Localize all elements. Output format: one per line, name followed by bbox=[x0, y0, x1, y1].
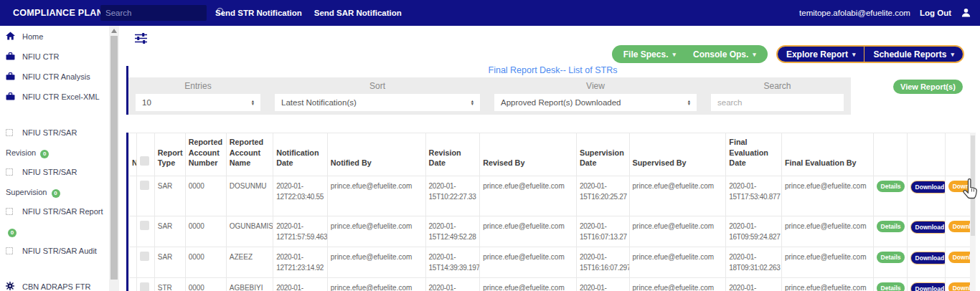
selected-value: Approved Report(s) Downloaded bbox=[501, 98, 621, 107]
download-button[interactable]: Download bbox=[910, 252, 946, 264]
navy-button-group: Explore Report▾ Schedule Reports▾ bbox=[776, 45, 964, 63]
sidebar-item-nfiu-ctr[interactable]: NFIU CTR bbox=[0, 47, 109, 67]
row-checkbox[interactable] bbox=[140, 282, 149, 291]
sidebar-item-nfiu-ctr-analysis[interactable]: NFIU CTR Analysis bbox=[0, 67, 109, 87]
account-number-cell: 0000 bbox=[185, 277, 226, 291]
file-specs-button[interactable]: File Specs.▾ bbox=[615, 49, 684, 59]
row-checkbox-cell bbox=[137, 277, 155, 291]
caret-down-icon: ▾ bbox=[672, 51, 676, 58]
navbar-search[interactable] bbox=[100, 5, 207, 21]
row-checkbox[interactable] bbox=[140, 181, 149, 190]
table-scrollbar-thumb[interactable] bbox=[971, 135, 975, 236]
type-cell: SAR bbox=[154, 216, 185, 247]
nav-item-send-str-notification[interactable]: Send STR Notification bbox=[215, 9, 302, 17]
account-number-cell: 0000 bbox=[185, 176, 226, 216]
download-button-cell: Download bbox=[907, 176, 945, 216]
table-row: SAR0000OGUNBAMISE,2020-01- 12T21:57:59.4… bbox=[129, 216, 971, 247]
download-history-button[interactable]: Download History bbox=[948, 181, 970, 192]
sidebar-item-home[interactable]: Home bbox=[0, 27, 109, 47]
explore-report-button[interactable]: Explore Report▾ bbox=[778, 49, 864, 59]
details-button[interactable]: Details bbox=[877, 282, 905, 291]
filter-view: ViewApproved Report(s) Downloaded▴▾ bbox=[487, 80, 704, 115]
table-row: SAR0000DOSUNMU2020-01- 12T22:03:40.55pri… bbox=[129, 176, 971, 216]
sidebar-item-nfiu-str-sar-supervision[interactable]: NFIU STR/SAR Supervision 0 bbox=[0, 163, 109, 202]
sidebar-nav: HomeNFIU CTRNFIU CTR AnalysisNFIU CTR Ex… bbox=[0, 26, 109, 291]
select-arrows-icon: ▴▾ bbox=[471, 100, 473, 106]
details-button[interactable]: Details bbox=[877, 181, 905, 192]
dashed-square-icon bbox=[6, 203, 15, 222]
sidebar-item-nfiu-str-sar-report[interactable]: NFIU STR/SAR Report 0 bbox=[0, 202, 109, 242]
column-header: Revision Date bbox=[425, 133, 480, 176]
revised-by-cell: prince.efue@efuelite.com bbox=[480, 277, 577, 291]
final-evaluation-date-cell: 2020-01- 15T17:53:40.877 bbox=[726, 176, 782, 216]
navbar-search-input[interactable] bbox=[105, 9, 216, 17]
sidebar-item-nfiu-str-sar-revision[interactable]: NFIU STR/SAR Revision 0 bbox=[0, 123, 109, 163]
search-filter-input[interactable] bbox=[717, 98, 837, 107]
console-ops-button[interactable]: Console Ops.▾ bbox=[684, 49, 765, 59]
table-scrollbar[interactable] bbox=[970, 133, 976, 291]
notified-by-cell: prince.efue@efuelite.com bbox=[327, 216, 425, 247]
sort-select[interactable]: Latest Notification(s)▴▾ bbox=[275, 94, 480, 111]
details-button[interactable]: Details bbox=[877, 221, 905, 232]
select-arrows-icon: ▴▾ bbox=[688, 100, 690, 106]
details-button-cell: Details bbox=[873, 176, 907, 216]
download-history-button[interactable]: Download History bbox=[948, 221, 970, 232]
details-button-cell: Details bbox=[873, 277, 907, 291]
account-name-cell: AGBEBIYI bbox=[226, 277, 273, 291]
notified-by-cell: prince.efue@efuelite.com bbox=[327, 176, 425, 216]
selected-value: 10 bbox=[142, 98, 151, 107]
supervised-by-cell: prince.efue@efuelite.com bbox=[629, 216, 726, 247]
row-checkbox-cell bbox=[137, 247, 155, 277]
supervision-date-cell: 2020-01- 15T16:20:25.27 bbox=[577, 176, 630, 216]
row-number-cell bbox=[129, 216, 137, 247]
user-icon[interactable] bbox=[961, 7, 971, 19]
download-button[interactable]: Download bbox=[910, 282, 946, 291]
table-header-row: NReport TypeReported Account NumberRepor… bbox=[129, 133, 971, 176]
selected-value: Latest Notification(s) bbox=[281, 98, 357, 107]
sidebar-scrollbar[interactable] bbox=[109, 26, 119, 291]
download-history-button-cell: Download History bbox=[945, 247, 970, 277]
logout-button[interactable]: Log Out bbox=[920, 9, 951, 17]
column-header: Revised By bbox=[480, 133, 577, 176]
search-input[interactable] bbox=[711, 94, 844, 111]
column-header bbox=[945, 133, 970, 176]
notification-date-cell: 2020-01- 12T22:03:40.55 bbox=[273, 176, 328, 216]
row-checkbox[interactable] bbox=[140, 252, 149, 261]
download-button[interactable]: Download bbox=[910, 181, 946, 194]
schedule-reports-button[interactable]: Schedule Reports▾ bbox=[864, 49, 963, 59]
type-cell: STR bbox=[154, 277, 185, 291]
column-header: N bbox=[129, 133, 137, 176]
navbar-menu: Send STR Notification Send SAR Notificat… bbox=[215, 0, 402, 26]
entries-select[interactable]: 10▴▾ bbox=[136, 94, 260, 111]
download-history-button[interactable]: Download History bbox=[948, 282, 970, 291]
type-cell: SAR bbox=[154, 176, 185, 216]
cog-icon bbox=[6, 278, 15, 291]
table-row: SAR0000AZEEZ2020-01- 12T21:23:14.92princ… bbox=[129, 247, 971, 277]
sidebar-item-nfiu-ctr-excel-xml[interactable]: NFIU CTR Excel-XML bbox=[0, 87, 109, 108]
column-header bbox=[907, 133, 945, 176]
view-select[interactable]: Approved Report(s) Downloaded▴▾ bbox=[494, 94, 697, 111]
tray-icon bbox=[6, 88, 15, 108]
reports-table: NReport TypeReported Account NumberRepor… bbox=[128, 133, 970, 291]
details-button[interactable]: Details bbox=[877, 252, 905, 263]
final-evaluation-by-cell: prince.efue@efuelite.com bbox=[781, 277, 873, 291]
nav-item-send-sar-notification[interactable]: Send SAR Notification bbox=[314, 9, 402, 17]
filter-tune-icon[interactable] bbox=[135, 33, 147, 47]
filter-label-entries: Entries bbox=[128, 80, 268, 93]
page-title: Final Report Desk-- List of STRs bbox=[128, 66, 977, 77]
download-button[interactable]: Download bbox=[910, 221, 946, 234]
column-header: Notified By bbox=[327, 133, 425, 176]
select-all-checkbox[interactable] bbox=[140, 156, 149, 166]
row-checkbox[interactable] bbox=[140, 221, 149, 230]
row-number-cell bbox=[129, 277, 137, 291]
sidebar-scrollbar-thumb[interactable] bbox=[110, 36, 118, 280]
sidebar-item-cbn-adraps-ftr[interactable]: CBN ADRAPS FTR bbox=[0, 277, 109, 291]
report-desk-panel: Final Report Desk-- List of STRs Entries… bbox=[126, 66, 977, 115]
scrollbar-up-arrow-icon[interactable] bbox=[111, 29, 117, 33]
download-history-button[interactable]: Download History bbox=[948, 252, 970, 263]
sidebar-item-nfiu-str-sar-audit[interactable]: NFIU STR/SAR Audit bbox=[0, 242, 109, 262]
toolbar: File Specs.▾ Console Ops.▾ Explore Repor… bbox=[612, 45, 964, 63]
view-reports-button[interactable]: View Report(s) bbox=[893, 80, 963, 94]
tray-icon bbox=[6, 48, 15, 67]
supervision-date-cell: 2020-01- 15T16:07:13.27 bbox=[577, 216, 630, 247]
